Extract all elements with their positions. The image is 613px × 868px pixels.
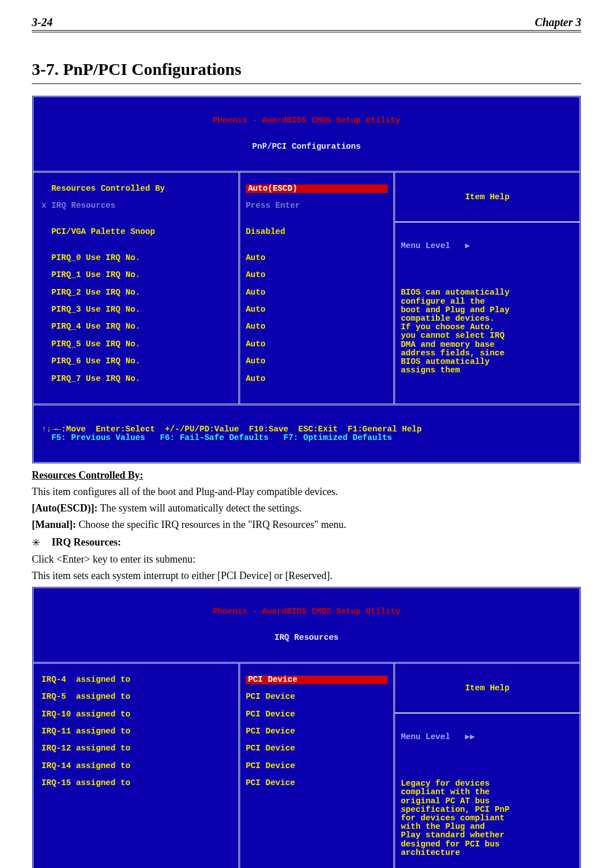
menu-level: Menu Level ▶▶ (401, 733, 574, 741)
bios-footer-line: F5: Previous Values F6: Fail-Safe Defaul… (41, 434, 572, 442)
help-body: Legacy for devices compliant with the or… (401, 779, 574, 857)
bios-mid-line: Auto (246, 322, 388, 331)
item-help-title: Item Help (401, 684, 574, 695)
bios-mid-line: PCI Device (246, 762, 388, 770)
bios-left-line: PIRQ_2 Use IRQ No. (41, 288, 233, 297)
paragraph: This item sets each system interrupt to … (32, 570, 581, 582)
bios-left-line: IRQ-12 assigned to (41, 744, 233, 753)
bios-help-panel: Item Help Menu Level ▶▶ Legacy for devic… (395, 664, 580, 869)
bios-subtitle: PnP/PCI Configurations (33, 142, 580, 153)
paragraph: Click <Enter> key to enter its submenu: (32, 553, 581, 565)
bios-left-line: PIRQ_5 Use IRQ No. (41, 340, 233, 349)
bios-mid-line: Press Enter (246, 202, 388, 210)
spacer (401, 268, 574, 271)
bios-mid-line: PCI Device (246, 744, 388, 753)
chapter-label: Chapter 3 (535, 16, 581, 29)
help-divider (395, 712, 580, 714)
bios-mid-line: Auto (246, 305, 388, 314)
page-number: 3-24 (32, 16, 53, 29)
bullet-icon: ✳ (32, 536, 40, 549)
bios-left-line: PIRQ_3 Use IRQ No. (41, 305, 233, 314)
page-header: 3-24 Chapter 3 (32, 16, 581, 32)
bios-mid-line: PCI Device (246, 710, 388, 719)
bios-title: Phoenix - AwardBIOS CMOS Setup Utility (33, 114, 580, 125)
section-underline (32, 83, 581, 84)
bios-left-line: IRQ-11 assigned to (41, 727, 233, 736)
bios-left-line: IRQ-14 assigned to (41, 762, 233, 770)
bios-left-line: PIRQ_6 Use IRQ No. (41, 357, 233, 366)
bios-mid-line: PCI Device (246, 693, 388, 701)
bios-subtitle: IRQ Resources (33, 634, 580, 644)
bios-left-panel: Resources Controlled By x IRQ Resources … (33, 173, 240, 404)
bios-mid-line: Auto (246, 375, 388, 383)
bios-mid-line: PCI Device (246, 676, 388, 684)
bios-left-line: PIRQ_4 Use IRQ No. (41, 322, 233, 331)
menu-level: Menu Level ▶ (401, 242, 574, 250)
bios-left-line: PIRQ_7 Use IRQ No. (41, 375, 233, 383)
bios-left-line: IRQ-5 assigned to (41, 693, 233, 701)
bios-footer: ↑↓→←:Move Enter:Select +/-/PU/PD:Value F… (33, 423, 580, 445)
option-auto-text: The system will automatically detect the… (100, 502, 301, 514)
bios-mid-line: Auto (246, 357, 388, 366)
bios-mid-line: Auto(ESCD) (246, 184, 388, 193)
spacer (401, 759, 574, 762)
bios-mid-line: Auto (246, 340, 388, 349)
option-manual-text: Choose the specific IRQ resources in the… (79, 519, 347, 530)
bios-left-line: IRQ-4 assigned to (41, 676, 233, 684)
bios-mid-line: Auto (246, 271, 388, 279)
bios-left-line: Resources Controlled By (41, 184, 233, 193)
bios-left-line: PIRQ_1 Use IRQ No. (41, 271, 233, 279)
bios-left-line: PCI/VGA Palette Snoop (41, 228, 233, 236)
bios-left-panel: IRQ-4 assigned to IRQ-5 assigned to IRQ-… (33, 664, 240, 869)
bios-left-line: PIRQ_0 Use IRQ No. (41, 254, 233, 262)
bios-mid-line: PCI Device (246, 779, 388, 787)
option-manual: [Manual]: (32, 519, 76, 530)
bios-left-line: IRQ-10 assigned to (41, 710, 233, 719)
help-divider (395, 221, 580, 223)
bios-left-line: x IRQ Resources (41, 202, 233, 210)
bios-mid-line: Auto (246, 254, 388, 262)
bios-mid-line: PCI Device (246, 727, 388, 736)
bios-screenshot-irq: Phoenix - AwardBIOS CMOS Setup Utility I… (32, 586, 581, 868)
bios-footer-line: ↑↓→←:Move Enter:Select +/-/PU/PD:Value F… (41, 425, 572, 434)
paragraph: This item configures all of the boot and… (32, 486, 581, 498)
bios-mid-panel: PCI Device PCI Device PCI Device PCI Dev… (240, 664, 395, 869)
help-body: BIOS can automatically configure all the… (401, 288, 574, 375)
bios-left-line: IRQ-15 assigned to (41, 779, 233, 787)
option-auto-escd: [Auto(ESCD)]: (32, 502, 98, 514)
section-title: 3-7. PnP/PCI Configurations (32, 60, 581, 79)
bios-mid-line: Disabled (246, 228, 388, 236)
bios-mid-line: Auto (246, 288, 388, 297)
bios-screenshot-pnp: Phoenix - AwardBIOS CMOS Setup Utility P… (32, 95, 581, 464)
heading-irq-resources: IRQ Resources: (52, 536, 121, 548)
bios-help-panel: Item Help Menu Level ▶ BIOS can automati… (395, 173, 580, 404)
heading-resources-controlled: Resources Controlled By: (32, 469, 143, 481)
item-help-title: Item Help (401, 193, 574, 204)
bios-title: Phoenix - AwardBIOS CMOS Setup Utility (33, 605, 580, 616)
bios-mid-panel: Auto(ESCD) Press Enter Disabled Auto Aut… (240, 173, 395, 404)
